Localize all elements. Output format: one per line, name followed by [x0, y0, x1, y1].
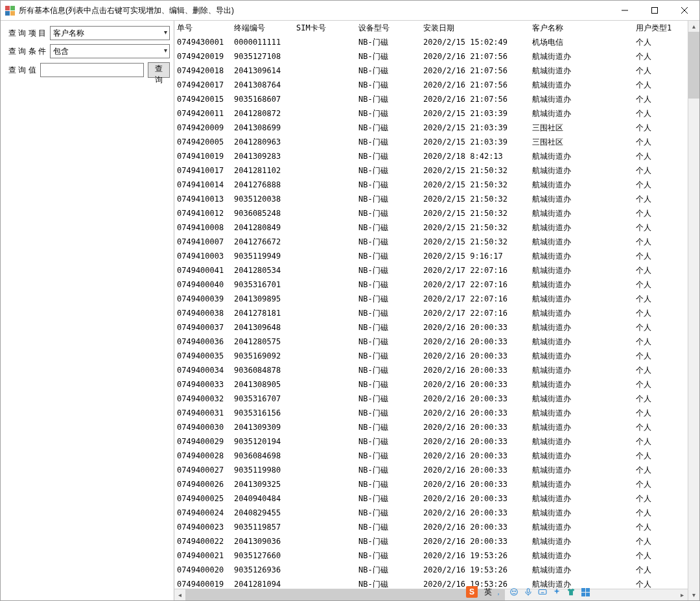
table-row[interactable]: 07494000319035316156NB-门磁2020/2/16 20:00…	[174, 406, 688, 420]
table-row[interactable]: 07494000252040940484NB-门磁2020/2/16 20:00…	[174, 491, 688, 506]
cell: 0749400039	[174, 292, 231, 306]
table-row[interactable]: 07494100139035120038NB-门磁2020/2/15 21:50…	[174, 192, 688, 206]
hscroll-thumb[interactable]	[185, 589, 505, 600]
cell: 2020/2/18 8:42:13	[421, 149, 530, 163]
cell	[294, 306, 356, 320]
vertical-scrollbar[interactable]: ▴ ▾	[688, 21, 699, 600]
table-row[interactable]: 07494000239035119857NB-门磁2020/2/16 20:00…	[174, 520, 688, 534]
table-row[interactable]: 07494100129036085248NB-门磁2020/2/15 21:50…	[174, 206, 688, 220]
cell: 个人	[633, 520, 688, 534]
cell: 航城街道办	[530, 506, 633, 520]
table-row[interactable]: 07494100192041309283NB-门磁2020/2/18 8:42:…	[174, 149, 688, 163]
input-query-value[interactable]	[40, 63, 144, 77]
table-row[interactable]: 07494000279035119980NB-门磁2020/2/16 20:00…	[174, 463, 688, 477]
table-row[interactable]: 07494000302041309309NB-门磁2020/2/16 20:00…	[174, 420, 688, 434]
cell: 0000011111	[231, 35, 294, 49]
close-button[interactable]	[670, 1, 699, 20]
table-row[interactable]: 07494000242040829455NB-门磁2020/2/16 20:00…	[174, 506, 688, 520]
table-row[interactable]: 07494000392041309895NB-门磁2020/2/17 22:07…	[174, 292, 688, 306]
window-title: 所有基本信息(列表中点击右键可实现增加、编辑、删除、导出)	[19, 5, 610, 16]
cell: 个人	[633, 449, 688, 463]
table-row[interactable]: 07494000409035316701NB-门磁2020/2/17 22:07…	[174, 277, 688, 292]
scroll-right-icon[interactable]: ▸	[677, 589, 688, 600]
cell: 0749420017	[174, 78, 231, 92]
table-row[interactable]: 07494200052041280963NB-门磁2020/2/15 21:03…	[174, 135, 688, 149]
table-row[interactable]: 07494000222041309036NB-门磁2020/2/16 20:00…	[174, 534, 688, 548]
table-row[interactable]: 07494200092041308699NB-门磁2020/2/15 21:03…	[174, 121, 688, 135]
cell: 2041276672	[231, 235, 294, 249]
cell: 0749410012	[174, 206, 231, 220]
sparkle-icon[interactable]	[552, 587, 562, 597]
skin-icon[interactable]	[566, 587, 576, 597]
cell	[294, 220, 356, 235]
cell: 个人	[633, 206, 688, 220]
table-row[interactable]: 07494100172041281102NB-门磁2020/2/15 21:50…	[174, 163, 688, 178]
cell: 0749400028	[174, 449, 231, 463]
cell: NB-门磁	[356, 149, 421, 163]
cell: 9035169092	[231, 349, 294, 363]
table-row[interactable]: 07494000289036084698NB-门磁2020/2/16 20:00…	[174, 449, 688, 463]
table-row[interactable]: 07494100142041276888NB-门磁2020/2/15 21:50…	[174, 178, 688, 192]
microphone-icon[interactable]	[523, 587, 533, 597]
cell: NB-门磁	[356, 306, 421, 320]
table-row[interactable]: 07494000192041281094NB-门磁2020/2/16 19:53…	[174, 577, 688, 589]
table-row[interactable]: 07494000329035316707NB-门磁2020/2/16 20:00…	[174, 392, 688, 406]
smiley-icon[interactable]	[509, 587, 519, 597]
cell: 2041280575	[231, 335, 294, 349]
table-row[interactable]: 07494000262041309325NB-门磁2020/2/16 20:00…	[174, 477, 688, 491]
col-header[interactable]: 设备型号	[356, 21, 421, 35]
table-row[interactable]: 07494200172041308764NB-门磁2020/2/16 21:07…	[174, 78, 688, 92]
cell	[294, 363, 356, 377]
col-header[interactable]: 用户类型1	[633, 21, 688, 35]
col-header[interactable]: 单号	[174, 21, 231, 35]
query-button[interactable]: 查询	[148, 62, 170, 78]
cell: 2020/2/16 20:00:33	[421, 320, 530, 335]
table-row[interactable]: 07494000372041309648NB-门磁2020/2/16 20:00…	[174, 320, 688, 335]
hscroll-track[interactable]	[185, 589, 677, 600]
table-row[interactable]: 07494100039035119949NB-门磁2020/2/15 9:16:…	[174, 249, 688, 263]
cell: 2020/2/16 20:00:33	[421, 392, 530, 406]
scroll-left-icon[interactable]: ◂	[174, 589, 185, 600]
col-header[interactable]: 客户名称	[530, 21, 633, 35]
vscroll-thumb[interactable]	[688, 32, 699, 99]
table-row[interactable]: 07494200112041280872NB-门磁2020/2/15 21:03…	[174, 106, 688, 121]
cell: 2041308905	[231, 377, 294, 392]
select-query-cond[interactable]	[50, 44, 170, 58]
keyboard-icon[interactable]	[537, 587, 548, 597]
cell: 个人	[633, 235, 688, 249]
col-header[interactable]: 安装日期	[421, 21, 530, 35]
minimize-button[interactable]	[610, 1, 640, 20]
select-query-item[interactable]	[50, 26, 170, 40]
maximize-button[interactable]	[640, 1, 670, 20]
table-row[interactable]: 07494000412041280534NB-门磁2020/2/17 22:07…	[174, 263, 688, 277]
cell: 2020/2/16 20:00:33	[421, 406, 530, 420]
table-row[interactable]: 07494100082041280849NB-门磁2020/2/15 21:50…	[174, 220, 688, 235]
table-row[interactable]: 07494000219035127660NB-门磁2020/2/16 19:53…	[174, 548, 688, 563]
cell: NB-门磁	[356, 506, 421, 520]
scroll-down-icon[interactable]: ▾	[688, 589, 699, 600]
scroll-up-icon[interactable]: ▴	[688, 21, 699, 32]
cell: 2020/2/16 20:00:33	[421, 534, 530, 548]
ime-lang-indicator[interactable]: 英 ，	[482, 585, 505, 598]
toolbox-icon[interactable]	[580, 587, 590, 597]
vscroll-track[interactable]	[688, 32, 699, 589]
row-query-item: 查询项目 ▾	[8, 26, 170, 40]
table-row[interactable]: 07494000209035126936NB-门磁2020/2/16 19:53…	[174, 563, 688, 577]
col-header[interactable]: SIM卡号	[294, 21, 356, 35]
table-row[interactable]: 07494000359035169092NB-门磁2020/2/16 20:00…	[174, 349, 688, 363]
table-row[interactable]: 07494200199035127108NB-门磁2020/2/16 21:07…	[174, 49, 688, 64]
table-row[interactable]: 07494300010000011111NB-门磁2020/2/15 15:02…	[174, 35, 688, 49]
table-row[interactable]: 07494200159035168607NB-门磁2020/2/16 21:07…	[174, 92, 688, 106]
table-row[interactable]: 07494200182041309614NB-门磁2020/2/16 21:07…	[174, 64, 688, 78]
data-grid[interactable]: 单号 终端编号 SIM卡号 设备型号 安装日期 客户名称 用户类型1 07494…	[174, 21, 688, 589]
sogou-ime-icon[interactable]: S	[466, 586, 478, 598]
table-row[interactable]: 07494000362041280575NB-门磁2020/2/16 20:00…	[174, 335, 688, 349]
table-row[interactable]: 07494100072041276672NB-门磁2020/2/15 21:50…	[174, 235, 688, 249]
cell: 2020/2/15 21:50:32	[421, 206, 530, 220]
horizontal-scrollbar[interactable]: ◂ ▸	[174, 589, 688, 600]
table-row[interactable]: 07494000299035120194NB-门磁2020/2/16 20:00…	[174, 434, 688, 449]
table-row[interactable]: 07494000349036084878NB-门磁2020/2/16 20:00…	[174, 363, 688, 377]
table-row[interactable]: 07494000332041308905NB-门磁2020/2/16 20:00…	[174, 377, 688, 392]
table-row[interactable]: 07494000382041278181NB-门磁2020/2/17 22:07…	[174, 306, 688, 320]
col-header[interactable]: 终端编号	[231, 21, 294, 35]
